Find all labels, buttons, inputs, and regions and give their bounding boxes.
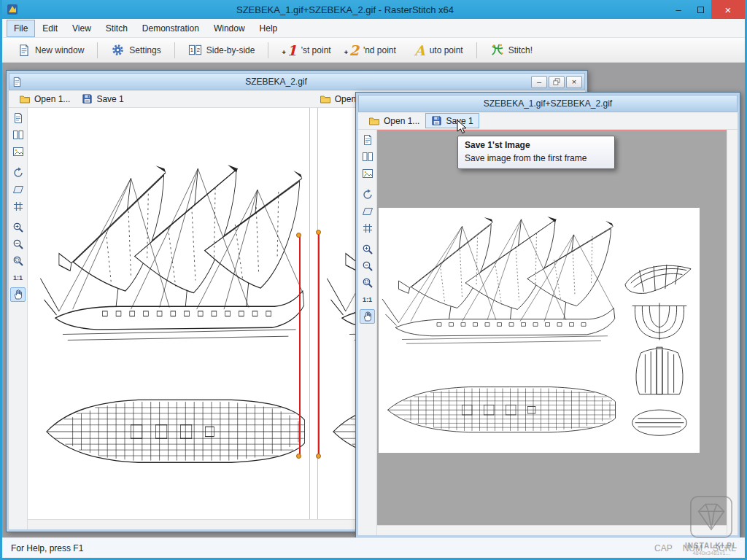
toolbar-separator [476, 42, 477, 58]
rotate-icon [12, 167, 24, 179]
ship-drawing [380, 217, 621, 447]
document-icon [362, 134, 374, 146]
second-point-icon: +2 [344, 44, 359, 56]
open-folder-icon [19, 93, 31, 105]
document-tool-button[interactable] [10, 111, 26, 125]
skew-icon [12, 184, 24, 195]
save-disk-icon [431, 115, 442, 126]
child-close-button[interactable]: × [566, 76, 582, 88]
front-window-titlebar[interactable]: SZEBEKA_1.gif+SZEBEKA_2.gif [358, 95, 738, 112]
toolbar-separator [174, 42, 175, 58]
mouse-cursor [457, 120, 467, 134]
pan-hand-button[interactable] [10, 287, 26, 302]
auto-point-label: uto point [430, 45, 463, 55]
zoom-out-icon [362, 260, 374, 272]
document-icon [12, 112, 24, 124]
menu-file[interactable]: File [7, 20, 35, 37]
split-view-button[interactable] [360, 149, 375, 164]
menu-edit[interactable]: Edit [35, 20, 65, 37]
auto-point-icon: A [409, 44, 425, 56]
zoom-region-icon [12, 255, 24, 267]
save-1-label: Save 1 [96, 94, 123, 104]
open-1-button[interactable]: Open 1... [363, 113, 425, 129]
rotate-button[interactable] [360, 187, 375, 202]
menu-demonstration[interactable]: Demonstration [135, 20, 206, 37]
menu-help[interactable]: Help [252, 20, 285, 37]
tooltip-title: Save 1'st Image [465, 140, 608, 150]
back-window-titlebar[interactable]: SZEBEKA_2.gif – × [9, 73, 585, 90]
rotate-button[interactable] [10, 166, 26, 180]
maximize-icon [697, 7, 704, 13]
zoom-region-button[interactable] [360, 276, 375, 290]
grid-icon [362, 222, 374, 234]
stitch-point-marker[interactable] [296, 233, 301, 238]
zoom-100-label: 1:1 [363, 296, 372, 303]
auto-point-button[interactable]: A uto point [403, 42, 470, 59]
zoom-region-button[interactable] [10, 254, 26, 268]
status-bar: For Help, press F1 CAP NUM SCRL [2, 537, 745, 558]
zoom-100-button[interactable]: 1:1 [10, 271, 26, 285]
toolbar-separator [97, 42, 98, 58]
image-view-button[interactable] [360, 166, 375, 181]
new-window-label: New window [35, 45, 84, 55]
zoom-out-button[interactable] [10, 237, 26, 252]
ship-drawing-left [38, 165, 311, 483]
menu-window[interactable]: Window [206, 20, 252, 37]
rotate-icon [362, 189, 374, 201]
menu-view[interactable]: View [65, 20, 98, 37]
pan-hand-button[interactable] [360, 309, 375, 324]
grid-button[interactable] [360, 221, 375, 236]
horizontal-scrollbar[interactable] [377, 525, 727, 535]
document-tool-button[interactable] [360, 133, 375, 147]
stitch-line-1[interactable] [299, 235, 301, 458]
grid-icon [12, 201, 24, 212]
first-point-icon: +1 [282, 44, 296, 56]
second-point-button[interactable]: +2 'nd point [338, 42, 403, 59]
front-canvas[interactable] [377, 130, 727, 525]
stitch-line-2[interactable] [318, 232, 320, 458]
minimize-button[interactable]: – [667, 0, 689, 19]
settings-gear-icon [111, 43, 125, 57]
caps-lock-indicator: CAP [654, 543, 673, 553]
side-by-side-button[interactable]: Side-by-side [182, 40, 262, 60]
tooltip-body: Save image from the first frame [465, 153, 608, 163]
second-point-label: 'nd point [363, 45, 396, 55]
menu-stitch[interactable]: Stitch [98, 20, 135, 37]
first-point-button[interactable]: +1 'st point [275, 42, 337, 59]
zoom-in-button[interactable] [360, 242, 375, 257]
mdi-area: SZEBEKA_2.gif – × Open 1... Save 1 Open … [2, 63, 745, 537]
open-1-button[interactable]: Open 1... [13, 91, 76, 107]
child-restore-button[interactable] [549, 76, 565, 88]
stitch-point-marker[interactable] [296, 454, 301, 459]
vertical-scrollbar[interactable] [727, 130, 738, 535]
child-minimize-button[interactable]: – [531, 76, 547, 88]
new-window-button[interactable]: New window [11, 41, 90, 60]
split-view-button[interactable] [10, 128, 26, 142]
restore-icon [552, 77, 561, 86]
settings-button[interactable]: Settings [104, 40, 167, 60]
skew-button[interactable] [10, 182, 26, 197]
close-button[interactable]: × [711, 0, 745, 19]
zoom-100-button[interactable]: 1:1 [360, 292, 375, 307]
open-folder-icon [320, 93, 331, 105]
stitch-icon [490, 43, 504, 57]
stitch-point-marker[interactable] [316, 454, 321, 459]
back-window-title: SZEBEKA_2.gif [23, 77, 530, 87]
zoom-in-button[interactable] [10, 220, 26, 235]
skew-button[interactable] [360, 204, 375, 219]
scroll-lock-indicator: SCRL [713, 543, 736, 553]
skew-icon [362, 206, 374, 217]
stitch-button[interactable]: Stitch! [484, 40, 539, 60]
main-titlebar: SZEBEKA_1.gif+SZEBEKA_2.gif - RasterStit… [2, 0, 745, 19]
stitched-image [379, 208, 700, 453]
stitch-point-marker[interactable] [316, 230, 321, 235]
maximize-button[interactable] [689, 0, 711, 19]
num-lock-indicator: NUM [683, 543, 703, 553]
save-1-button[interactable]: Save 1 [76, 91, 129, 106]
grid-button[interactable] [10, 199, 26, 214]
zoom-out-button[interactable] [360, 259, 375, 273]
image-view-button[interactable] [10, 144, 26, 159]
app-icon [7, 4, 18, 15]
save-1-button[interactable]: Save 1 [425, 113, 479, 128]
save-disk-icon [82, 93, 93, 104]
